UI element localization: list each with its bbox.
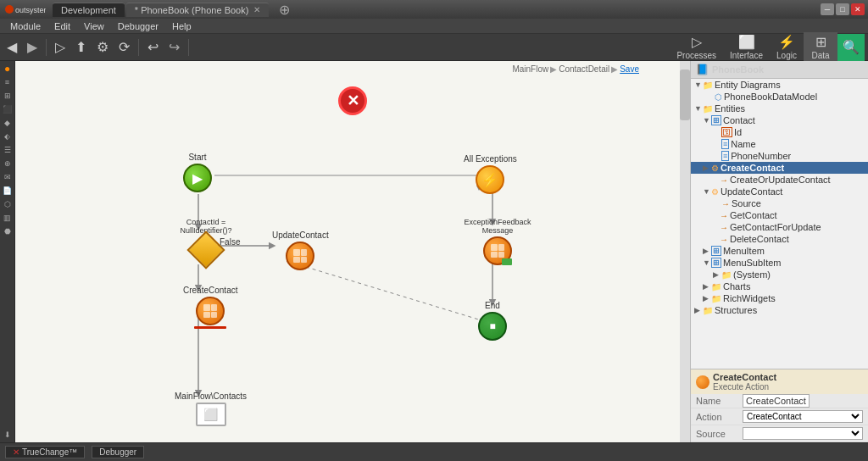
bottom-info-panel: CreateContact Execute Action Name Create… — [691, 369, 868, 442]
tool-5[interactable]: ⬖ — [2, 131, 14, 142]
create-contact-node[interactable]: CreateContact — [183, 286, 237, 329]
sep2 — [138, 39, 139, 56]
breadcrumb: MainFlow ▶ ContactDetail ▶ Save — [512, 64, 639, 74]
tool-2[interactable]: ⊞ — [2, 90, 14, 102]
tree-item-getcontact[interactable]: → GetContact — [691, 209, 868, 221]
update-contact-node[interactable]: UpdateContact — [272, 230, 329, 270]
menu-view[interactable]: View — [77, 19, 111, 33]
status-bar: ✕ TrueChange™ Debugger — [0, 442, 868, 461]
debugger-tab[interactable]: Debugger — [92, 446, 144, 458]
canvas[interactable]: MainFlow ▶ ContactDetail ▶ Save ✕ — [15, 61, 690, 442]
tool-6[interactable]: ☰ — [2, 144, 14, 156]
tree-item-id[interactable]: ⚿ Id — [691, 126, 868, 138]
tab-processes[interactable]: ▷ Processes — [670, 32, 723, 62]
field-icon2: ≡ — [721, 151, 729, 161]
tool-collapse[interactable]: ⬇ — [2, 429, 14, 441]
tree-item-entity-diagrams[interactable]: ▼ 📁 Entity Diagrams — [691, 79, 868, 91]
action-icon: ⚙ — [711, 164, 719, 173]
window-controls: ─ □ ✕ — [821, 3, 865, 15]
undo-button[interactable]: ↩ — [144, 37, 162, 57]
back-button[interactable]: ◀ — [3, 37, 20, 57]
toolbar: ◀ ▶ ▷ ⬆ ⚙ ⟳ ↩ ↪ ▷ Processes ⬜ Interface … — [0, 34, 868, 61]
maximize-button[interactable]: □ — [836, 3, 849, 15]
exception-feedback-node[interactable]: ExceptionFeedbackMessage — [464, 218, 531, 265]
tree-item-update-contact[interactable]: ▼ ⚙ UpdateContact — [691, 186, 868, 197]
tree-panel[interactable]: ▼ 📁 Entity Diagrams ⬡ PhoneBookDataModel… — [691, 79, 868, 369]
tree-item-menuitem[interactable]: ▶ ⊞ MenuItem — [691, 245, 868, 257]
tree-item-source[interactable]: → Source — [691, 197, 868, 209]
tool-1[interactable]: ≡ — [2, 76, 14, 88]
truechange-tab[interactable]: ✕ TrueChange™ — [5, 446, 85, 458]
tool-cursor[interactable]: ● — [2, 63, 14, 75]
tree-item-phonenumber[interactable]: ≡ PhoneNumber — [691, 150, 868, 162]
key-icon: ⚿ — [721, 127, 732, 137]
data-icon: ⊞ — [815, 34, 826, 50]
tree-item-richwidgets[interactable]: ▶ 📁 RichWidgets — [691, 292, 868, 304]
interface-icon: ⬜ — [738, 34, 755, 50]
tree-item-createorupdate[interactable]: → CreateOrUpdateContact — [691, 174, 868, 186]
action-icon4: → — [720, 211, 728, 220]
tree-item-menusubitem[interactable]: ▼ ⊞ MenuSubItem — [691, 257, 868, 269]
tree-item-charts[interactable]: ▶ 📁 Charts — [691, 280, 868, 292]
run-button[interactable]: ▷ — [52, 37, 69, 57]
title-bar: outsystems Development * PhoneBook (Phon… — [0, 0, 868, 19]
tool-12[interactable]: ⬣ — [2, 225, 14, 237]
tree-item-structures[interactable]: ▶ 📁 Structures — [691, 304, 868, 316]
mainflow-contacts-node[interactable]: MainFlow\Contacts ⬜ — [175, 392, 247, 426]
menu-help[interactable]: Help — [165, 19, 198, 33]
menu-debugger[interactable]: Debugger — [111, 19, 165, 33]
tab-close-icon[interactable]: ✕ — [253, 5, 260, 14]
save-link[interactable]: Save — [620, 64, 639, 74]
tree-item-system[interactable]: ▶ 📁 (System) — [691, 269, 868, 280]
minimize-button[interactable]: ─ — [821, 3, 834, 15]
publish-button[interactable]: ⬆ — [72, 37, 90, 57]
tool-9[interactable]: 📄 — [2, 185, 14, 197]
refresh-button[interactable]: ⟳ — [115, 37, 133, 57]
redo-button[interactable]: ↪ — [165, 37, 183, 57]
tree-item-deletecontact[interactable]: → DeleteContact — [691, 233, 868, 245]
all-exceptions-node[interactable]: All Exceptions ⚡ — [464, 154, 517, 194]
scroll-indicator[interactable] — [680, 61, 690, 442]
outsystems-logo: outsystems — [3, 3, 46, 15]
phonebook-icon: 📘 — [696, 64, 709, 75]
tree-item-create-contact[interactable]: ▶ ⚙ CreateContact — [691, 162, 868, 174]
forward-button[interactable]: ▶ — [24, 37, 41, 57]
tool-11[interactable]: ▥ — [2, 212, 14, 224]
menu-module[interactable]: Module — [3, 19, 47, 33]
tab-data[interactable]: ⊞ Data — [804, 32, 837, 62]
tool-7[interactable]: ⊕ — [2, 158, 14, 169]
tool-4[interactable]: ◆ — [2, 117, 14, 129]
error-button[interactable]: ✕ — [338, 86, 367, 115]
tree-header: 📘 PhoneBook — [691, 61, 868, 79]
tree-item-name[interactable]: ≡ Name — [691, 138, 868, 150]
start-node[interactable]: Start ▶ — [183, 153, 212, 192]
error-icon: ✕ — [13, 447, 19, 457]
tool-10[interactable]: ⬡ — [2, 198, 14, 210]
tree-item-phonebook-datamodel[interactable]: ⬡ PhoneBookDataModel — [691, 91, 868, 103]
logic-icon: ⚡ — [778, 34, 795, 50]
right-panel: 📘 PhoneBook ▼ 📁 Entity Diagrams ⬡ PhoneB… — [690, 61, 868, 442]
search-button[interactable]: 🔍 — [837, 34, 865, 61]
menu-edit[interactable]: Edit — [47, 19, 77, 33]
tab-logic[interactable]: ⚡ Logic — [770, 32, 804, 62]
source-dropdown[interactable] — [743, 427, 863, 440]
tree-item-contact[interactable]: ▼ ⊞ Contact — [691, 114, 868, 126]
tab-interface[interactable]: ⬜ Interface — [723, 32, 770, 62]
end-node[interactable]: End ■ — [478, 301, 507, 341]
svg-point-1 — [5, 5, 14, 14]
tool-3[interactable]: ⬛ — [2, 103, 14, 115]
processes-icon: ▷ — [692, 34, 702, 50]
source-dropdown-container — [743, 427, 863, 440]
new-tab-icon[interactable]: ⊕ — [270, 0, 298, 19]
prop-row-source: Source — [691, 425, 868, 442]
tab-development[interactable]: Development — [53, 3, 125, 17]
settings-button[interactable]: ⚙ — [93, 37, 112, 57]
tab-phonebook[interactable]: * PhoneBook (Phone Book) ✕ — [126, 3, 270, 17]
action-dropdown[interactable]: CreateContact — [743, 410, 863, 423]
left-tools: ● ≡ ⊞ ⬛ ◆ ⬖ ☰ ⊕ ✉ 📄 ⬡ ▥ ⬣ ⬇ — [0, 61, 15, 442]
main-area: ● ≡ ⊞ ⬛ ◆ ⬖ ☰ ⊕ ✉ 📄 ⬡ ▥ ⬣ ⬇ MainFlow ▶ C… — [0, 61, 868, 442]
tree-item-getcontactforupdate[interactable]: → GetContactForUpdate — [691, 221, 868, 233]
tree-item-entities[interactable]: ▼ 📁 Entities — [691, 103, 868, 114]
tool-8[interactable]: ✉ — [2, 171, 14, 183]
close-button[interactable]: ✕ — [851, 3, 865, 15]
